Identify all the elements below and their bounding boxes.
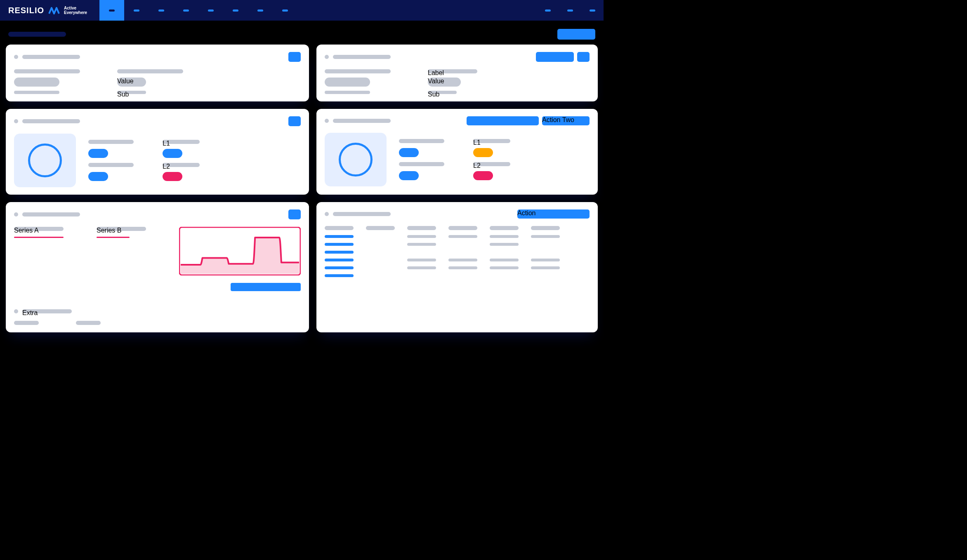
nav-tab-4[interactable]	[174, 0, 198, 21]
nav-right-item-1[interactable]	[545, 9, 551, 12]
table-cell	[531, 259, 560, 261]
field-value: Value	[428, 78, 461, 87]
nav-tab-6[interactable]	[223, 0, 248, 21]
table-link-cell[interactable]	[325, 235, 354, 238]
status-dot-icon	[325, 55, 329, 59]
brand-tagline: Active Everywhere	[64, 6, 87, 15]
table-cell	[448, 259, 477, 261]
status-card-1: Status Go L1 L2 L1 L2	[6, 109, 309, 195]
stat-badge	[399, 171, 419, 180]
table-link-cell[interactable]	[325, 274, 354, 277]
nav-tab-5[interactable]	[198, 0, 223, 21]
nav-right-item-3[interactable]	[590, 9, 595, 12]
card-action-button-2[interactable]: B	[577, 52, 590, 62]
extra-field: e1	[14, 321, 39, 325]
info-card-1: Card Title Go Label Value Sub Label Valu…	[6, 45, 309, 101]
nav-tab-2[interactable]	[124, 0, 149, 21]
stat-badge	[88, 172, 108, 181]
field-label: Label	[117, 69, 183, 73]
table-cell	[531, 235, 560, 238]
table-empty-cell	[448, 243, 477, 246]
table-cell	[407, 235, 436, 238]
stat-label: L1	[163, 140, 200, 144]
progress-ring-icon	[339, 143, 373, 176]
table-header: Col6	[531, 226, 560, 230]
table-header: Col4	[448, 226, 477, 230]
dashboard-grid: Card Title Go Label Value Sub Label Valu…	[0, 45, 604, 338]
nav-tab-7[interactable]	[248, 0, 273, 21]
status-dot-icon	[14, 119, 18, 123]
top-nav: RESILIO Active Everywhere	[0, 0, 604, 21]
nav-tab-8[interactable]	[273, 0, 297, 21]
card-action-button[interactable]: Go	[288, 209, 301, 219]
table-empty-cell	[366, 266, 395, 269]
table-empty-cell	[448, 274, 477, 277]
table-empty-cell	[407, 251, 436, 254]
field-subtext: Sub	[14, 91, 59, 94]
field-subtext: Sub	[428, 91, 457, 94]
page-header: Dashboard Action	[0, 21, 604, 45]
table-empty-cell	[366, 274, 395, 277]
section-title: Extra	[22, 309, 72, 313]
table-header: Col1	[325, 226, 354, 230]
table-empty-cell	[531, 274, 560, 277]
card-action-button[interactable]: Go	[288, 52, 301, 62]
card-action-button[interactable]: Go	[288, 116, 301, 126]
stat-badge	[163, 149, 182, 158]
nav-right	[545, 9, 595, 12]
table-cell	[490, 266, 519, 269]
card-action-button-1[interactable]: Act	[536, 52, 574, 62]
data-table: Col1Col2Col3Col4Col5Col6	[325, 226, 590, 277]
table-cell	[407, 259, 436, 261]
table-empty-cell	[366, 235, 395, 238]
stat-label: L1	[399, 139, 444, 143]
table-row	[325, 274, 590, 277]
table-empty-cell	[366, 251, 395, 254]
table-row	[325, 251, 590, 254]
stat-label: L1	[88, 140, 134, 144]
chart-more-button[interactable]: View More	[231, 283, 301, 291]
card-action-button-1[interactable]: Action One	[467, 116, 539, 125]
table-row	[325, 235, 590, 238]
stat-badge	[473, 171, 493, 180]
field-subtext: Sub	[325, 91, 370, 94]
table-row	[325, 266, 590, 269]
info-card-2: Card Title Act B Label Value Sub Label V…	[316, 45, 598, 101]
status-dot-icon	[14, 212, 18, 216]
page-title: Dashboard	[8, 32, 66, 37]
table-link-cell[interactable]	[325, 243, 354, 246]
table-header: Col5	[490, 226, 519, 230]
table-link-cell[interactable]	[325, 266, 354, 269]
progress-thumbnail	[325, 133, 387, 186]
table-cell	[407, 266, 436, 269]
card-action-button[interactable]: Action	[517, 209, 590, 219]
stat-label: L2	[473, 162, 510, 166]
field-value: Value	[117, 78, 146, 87]
stat-badge	[399, 148, 419, 157]
card-action-button-2[interactable]: Action Two	[542, 116, 590, 125]
nav-tab-3[interactable]	[149, 0, 174, 21]
table-header: Col2	[366, 226, 395, 230]
table-cell	[490, 259, 519, 261]
stat-label: L1	[473, 139, 510, 143]
status-dot-icon	[14, 309, 18, 313]
nav-right-item-2[interactable]	[567, 9, 573, 12]
legend-underline-icon	[97, 237, 130, 238]
table-link-cell[interactable]	[325, 251, 354, 254]
table-link-cell[interactable]	[325, 259, 354, 261]
table-card: Table Action Col1Col2Col3Col4Col5Col6	[316, 202, 598, 332]
table-cell	[448, 235, 477, 238]
stat-badge	[88, 149, 108, 158]
nav-tab-1[interactable]	[99, 0, 124, 21]
legend-label: Series B	[97, 227, 146, 231]
legend-label: Series A	[14, 227, 64, 231]
table-empty-cell	[448, 251, 477, 254]
brand-block: RESILIO Active Everywhere	[8, 6, 87, 15]
table-cell	[531, 266, 560, 269]
table-empty-cell	[366, 259, 395, 261]
stat-label: L2	[163, 163, 200, 167]
status-dot-icon	[325, 212, 329, 216]
table-empty-cell	[366, 243, 395, 246]
page-action-button[interactable]: Action	[557, 29, 595, 40]
table-header: Col3	[407, 226, 436, 230]
